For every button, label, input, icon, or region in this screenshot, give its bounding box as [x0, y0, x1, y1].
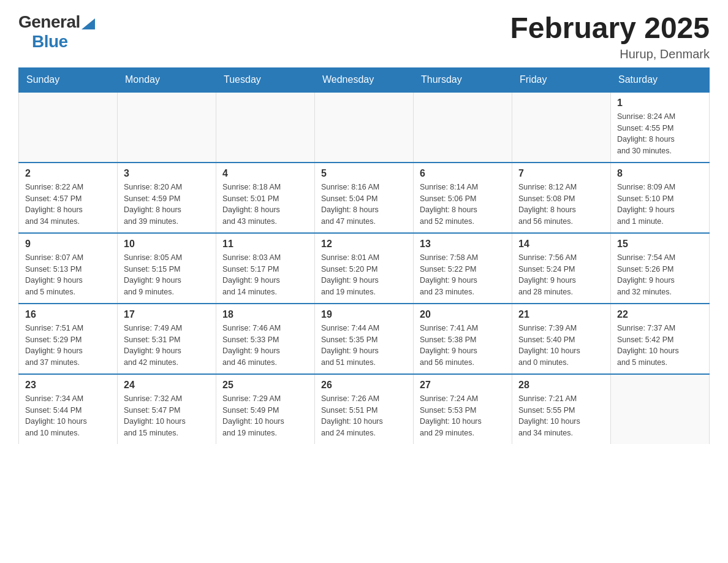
calendar-week-4: 16Sunrise: 7:51 AM Sunset: 5:29 PM Dayli…	[19, 304, 710, 374]
calendar-cell: 22Sunrise: 7:37 AM Sunset: 5:42 PM Dayli…	[611, 304, 710, 374]
calendar-cell: 17Sunrise: 7:49 AM Sunset: 5:31 PM Dayli…	[118, 304, 216, 374]
calendar-cell: 20Sunrise: 7:41 AM Sunset: 5:38 PM Dayli…	[414, 304, 512, 374]
day-info: Sunrise: 7:46 AM Sunset: 5:33 PM Dayligh…	[222, 323, 308, 369]
day-number: 6	[420, 168, 506, 179]
calendar-cell: 19Sunrise: 7:44 AM Sunset: 5:35 PM Dayli…	[315, 304, 414, 374]
calendar-cell: 9Sunrise: 8:07 AM Sunset: 5:13 PM Daylig…	[19, 233, 118, 304]
calendar-cell: 15Sunrise: 7:54 AM Sunset: 5:26 PM Dayli…	[611, 233, 710, 304]
calendar-cell: 12Sunrise: 8:01 AM Sunset: 5:20 PM Dayli…	[315, 233, 414, 304]
calendar-table: SundayMondayTuesdayWednesdayThursdayFrid…	[18, 67, 710, 444]
logo-blue-text: Blue	[32, 32, 68, 52]
day-number: 1	[617, 98, 703, 109]
calendar-cell	[216, 92, 315, 163]
day-info: Sunrise: 7:58 AM Sunset: 5:22 PM Dayligh…	[420, 252, 506, 298]
calendar-cell: 13Sunrise: 7:58 AM Sunset: 5:22 PM Dayli…	[414, 233, 512, 304]
day-number: 16	[25, 309, 111, 320]
day-info: Sunrise: 8:01 AM Sunset: 5:20 PM Dayligh…	[321, 252, 407, 298]
logo: General Blue	[18, 12, 95, 52]
day-number: 26	[321, 380, 407, 391]
calendar-cell	[19, 92, 118, 163]
day-info: Sunrise: 7:34 AM Sunset: 5:44 PM Dayligh…	[25, 393, 111, 439]
calendar-cell: 10Sunrise: 8:05 AM Sunset: 5:15 PM Dayli…	[118, 233, 216, 304]
day-info: Sunrise: 7:32 AM Sunset: 5:47 PM Dayligh…	[124, 393, 210, 439]
location: Hurup, Denmark	[510, 47, 710, 61]
day-info: Sunrise: 8:12 AM Sunset: 5:08 PM Dayligh…	[518, 182, 604, 228]
calendar-cell: 8Sunrise: 8:09 AM Sunset: 5:10 PM Daylig…	[611, 163, 710, 233]
calendar-cell	[512, 92, 611, 163]
day-info: Sunrise: 8:24 AM Sunset: 4:55 PM Dayligh…	[617, 111, 703, 157]
day-number: 13	[420, 239, 506, 250]
day-info: Sunrise: 7:56 AM Sunset: 5:24 PM Dayligh…	[518, 252, 604, 298]
calendar-cell	[611, 374, 710, 444]
day-info: Sunrise: 8:22 AM Sunset: 4:57 PM Dayligh…	[25, 182, 111, 228]
day-number: 15	[617, 239, 703, 250]
day-number: 9	[25, 239, 111, 250]
calendar-cell: 18Sunrise: 7:46 AM Sunset: 5:33 PM Dayli…	[216, 304, 315, 374]
weekday-header-sunday: Sunday	[19, 67, 118, 92]
day-number: 23	[25, 380, 111, 391]
calendar-cell: 5Sunrise: 8:16 AM Sunset: 5:04 PM Daylig…	[315, 163, 414, 233]
day-info: Sunrise: 7:26 AM Sunset: 5:51 PM Dayligh…	[321, 393, 407, 439]
calendar-cell: 27Sunrise: 7:24 AM Sunset: 5:53 PM Dayli…	[414, 374, 512, 444]
day-number: 27	[420, 380, 506, 391]
calendar-cell: 7Sunrise: 8:12 AM Sunset: 5:08 PM Daylig…	[512, 163, 611, 233]
day-number: 14	[518, 239, 604, 250]
day-number: 5	[321, 168, 407, 179]
svg-marker-0	[82, 18, 95, 29]
calendar-week-1: 1Sunrise: 8:24 AM Sunset: 4:55 PM Daylig…	[19, 92, 710, 163]
calendar-cell: 25Sunrise: 7:29 AM Sunset: 5:49 PM Dayli…	[216, 374, 315, 444]
calendar-week-5: 23Sunrise: 7:34 AM Sunset: 5:44 PM Dayli…	[19, 374, 710, 444]
day-number: 2	[25, 168, 111, 179]
weekday-header-friday: Friday	[512, 67, 611, 92]
day-number: 4	[222, 168, 308, 179]
calendar-cell: 23Sunrise: 7:34 AM Sunset: 5:44 PM Dayli…	[19, 374, 118, 444]
calendar-body: 1Sunrise: 8:24 AM Sunset: 4:55 PM Daylig…	[19, 92, 710, 444]
weekday-header-saturday: Saturday	[611, 67, 710, 92]
calendar-header: SundayMondayTuesdayWednesdayThursdayFrid…	[19, 67, 710, 92]
calendar-cell: 11Sunrise: 8:03 AM Sunset: 5:17 PM Dayli…	[216, 233, 315, 304]
calendar-cell	[118, 92, 216, 163]
day-info: Sunrise: 7:29 AM Sunset: 5:49 PM Dayligh…	[222, 393, 308, 439]
day-info: Sunrise: 8:14 AM Sunset: 5:06 PM Dayligh…	[420, 182, 506, 228]
month-title: February 2025	[510, 12, 710, 45]
weekday-header-thursday: Thursday	[414, 67, 512, 92]
day-info: Sunrise: 8:09 AM Sunset: 5:10 PM Dayligh…	[617, 182, 703, 228]
day-info: Sunrise: 8:16 AM Sunset: 5:04 PM Dayligh…	[321, 182, 407, 228]
weekday-header-wednesday: Wednesday	[315, 67, 414, 92]
day-info: Sunrise: 7:54 AM Sunset: 5:26 PM Dayligh…	[617, 252, 703, 298]
calendar-cell: 14Sunrise: 7:56 AM Sunset: 5:24 PM Dayli…	[512, 233, 611, 304]
calendar-cell: 4Sunrise: 8:18 AM Sunset: 5:01 PM Daylig…	[216, 163, 315, 233]
calendar-cell: 6Sunrise: 8:14 AM Sunset: 5:06 PM Daylig…	[414, 163, 512, 233]
day-number: 22	[617, 309, 703, 320]
calendar-cell: 28Sunrise: 7:21 AM Sunset: 5:55 PM Dayli…	[512, 374, 611, 444]
day-number: 19	[321, 309, 407, 320]
logo-icon	[82, 16, 95, 29]
day-info: Sunrise: 7:41 AM Sunset: 5:38 PM Dayligh…	[420, 323, 506, 369]
logo-general-text: General	[18, 12, 80, 32]
day-info: Sunrise: 8:18 AM Sunset: 5:01 PM Dayligh…	[222, 182, 308, 228]
day-number: 12	[321, 239, 407, 250]
day-number: 28	[518, 380, 604, 391]
day-info: Sunrise: 7:24 AM Sunset: 5:53 PM Dayligh…	[420, 393, 506, 439]
day-info: Sunrise: 7:44 AM Sunset: 5:35 PM Dayligh…	[321, 323, 407, 369]
calendar-cell	[414, 92, 512, 163]
calendar-week-3: 9Sunrise: 8:07 AM Sunset: 5:13 PM Daylig…	[19, 233, 710, 304]
weekday-header-row: SundayMondayTuesdayWednesdayThursdayFrid…	[19, 67, 710, 92]
calendar-cell: 1Sunrise: 8:24 AM Sunset: 4:55 PM Daylig…	[611, 92, 710, 163]
calendar-cell	[315, 92, 414, 163]
day-info: Sunrise: 8:07 AM Sunset: 5:13 PM Dayligh…	[25, 252, 111, 298]
calendar-cell: 21Sunrise: 7:39 AM Sunset: 5:40 PM Dayli…	[512, 304, 611, 374]
day-info: Sunrise: 7:37 AM Sunset: 5:42 PM Dayligh…	[617, 323, 703, 369]
day-number: 18	[222, 309, 308, 320]
weekday-header-monday: Monday	[118, 67, 216, 92]
calendar-cell: 24Sunrise: 7:32 AM Sunset: 5:47 PM Dayli…	[118, 374, 216, 444]
day-number: 21	[518, 309, 604, 320]
calendar-cell: 3Sunrise: 8:20 AM Sunset: 4:59 PM Daylig…	[118, 163, 216, 233]
day-number: 10	[124, 239, 210, 250]
calendar-cell: 2Sunrise: 8:22 AM Sunset: 4:57 PM Daylig…	[19, 163, 118, 233]
day-info: Sunrise: 8:05 AM Sunset: 5:15 PM Dayligh…	[124, 252, 210, 298]
weekday-header-tuesday: Tuesday	[216, 67, 315, 92]
day-number: 8	[617, 168, 703, 179]
calendar-week-2: 2Sunrise: 8:22 AM Sunset: 4:57 PM Daylig…	[19, 163, 710, 233]
page-header: General Blue February 2025 Hurup, Denmar…	[18, 12, 710, 61]
